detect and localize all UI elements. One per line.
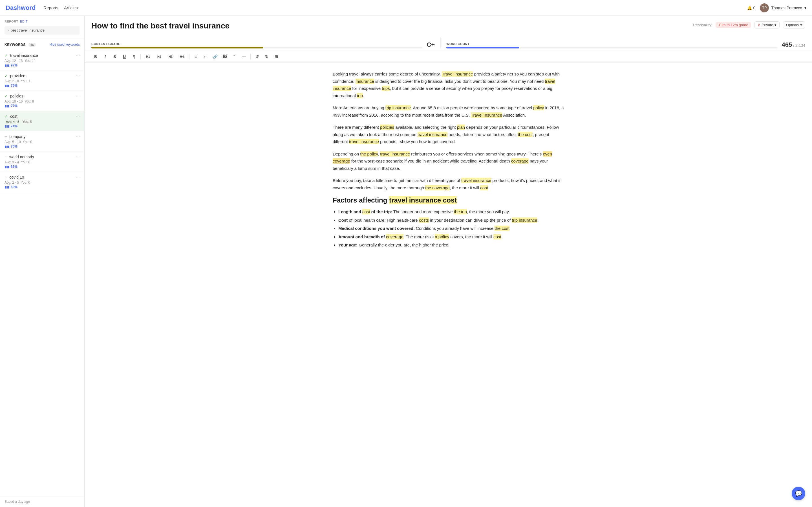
keyword-pct: 61% — [11, 165, 17, 169]
keyword-bar: ▮▮▮ 70% — [4, 145, 80, 149]
keywords-count: 46 — [29, 43, 36, 47]
italic-button[interactable]: I — [101, 53, 109, 61]
content-editor[interactable]: Booking travel always carries some degre… — [321, 62, 575, 507]
editor-meta: Readability: 10th to 12th grade ⊘ Privat… — [693, 21, 805, 29]
paragraph-2: More Americans are buying trip insurance… — [333, 104, 564, 119]
keyword-item-cost[interactable]: ✓ cost ··· Avg: 4 - 8 You: 8 ▮▮▮ 74% — [0, 111, 84, 131]
keyword-name: providers — [10, 73, 27, 78]
h1-button[interactable]: H1 — [143, 53, 153, 61]
keyword-bar: ▮▮▮ 60% — [4, 185, 80, 189]
list-item-2: Cost of local health care: High health-c… — [338, 217, 564, 224]
highlight-travel-insurance-3: travel insurance — [417, 132, 448, 137]
more-icon[interactable]: ··· — [76, 114, 80, 119]
undo-button[interactable]: ↺ — [253, 53, 261, 61]
keyword-meta: Avg: 10 - 16 You: 8 — [4, 100, 80, 103]
underline-button[interactable]: U — [120, 53, 129, 61]
bold-button[interactable]: B — [91, 53, 100, 61]
hide-keywords-button[interactable]: Hide used keywords — [49, 43, 80, 47]
paragraph-1: Booking travel always carries some degre… — [333, 70, 564, 99]
keywords-label: KEYWORDS — [4, 43, 26, 47]
title-row: How to find the best travel insurance Re… — [91, 21, 805, 31]
nav-reports[interactable]: Reports — [43, 5, 58, 10]
highlight-travel-insurance-6: travel insurance — [461, 178, 491, 183]
highlight-cost: the cost — [518, 132, 533, 137]
list-item-5: Your age: Generally the older you are, t… — [338, 241, 564, 249]
heading-factors: Factors affecting travel insurance cost — [333, 196, 564, 204]
bullet-list-button[interactable]: ≡ — [192, 53, 200, 61]
options-button[interactable]: Options ▾ — [783, 21, 805, 29]
bar-chart-icon: ▮▮▮ — [4, 84, 10, 88]
more-icon[interactable]: ··· — [76, 94, 80, 99]
toolbar-separator-3 — [250, 54, 251, 59]
plus-icon: + — [4, 134, 7, 139]
keyword-item-company[interactable]: + company ··· Avg: 5 - 10 You: 0 ▮▮▮ 70% — [0, 131, 84, 152]
keyword-meta: Avg: 5 - 10 You: 0 — [4, 140, 80, 144]
keyword-bar: ▮▮▮ 74% — [4, 124, 80, 128]
more-icon[interactable]: ··· — [76, 154, 80, 159]
bullet-list: Length and cost of the trip: The longer … — [333, 208, 564, 249]
ordered-list-button[interactable]: ≔ — [201, 53, 210, 61]
h4-button[interactable]: H4 — [177, 53, 187, 61]
image-button[interactable]: 🖼 — [220, 53, 229, 61]
nav-articles[interactable]: Articles — [64, 5, 78, 10]
highlight-travel-insurance-5: travel insurance — [380, 151, 410, 157]
keyword-item-covid19[interactable]: + covid 19 ··· Avg: 2 - 5 You: 0 ▮▮▮ 60% — [0, 172, 84, 192]
plus-icon: + — [4, 154, 7, 159]
check-icon: ✓ — [4, 73, 8, 78]
keyword-item-travel-insurance[interactable]: ✓ travel insurance ··· Avg: 12 - 18 You:… — [0, 50, 84, 70]
more-icon[interactable]: ··· — [76, 53, 80, 58]
table-button[interactable]: ⊞ — [272, 53, 281, 61]
chevron-down-icon: ▾ — [800, 23, 802, 27]
paragraph-button[interactable]: ¶ — [130, 53, 138, 61]
private-button[interactable]: ⊘ Private ▾ — [755, 21, 779, 29]
saved-status: Saved a day ago — [0, 496, 84, 507]
plus-icon: + — [4, 175, 7, 180]
keyword-pct: 77% — [11, 104, 17, 108]
dash-button[interactable]: — — [240, 53, 248, 61]
highlight-policy: policy — [533, 105, 544, 110]
keyword-item-providers[interactable]: ✓ providers ··· Avg: 2 - 8 You: 1 ▮▮▮ 79… — [0, 70, 84, 91]
more-icon[interactable]: ··· — [76, 134, 80, 139]
list-item-4: Amount and breadth of coverage: The more… — [338, 233, 564, 240]
h3-button[interactable]: H3 — [165, 53, 175, 61]
keyword-pct: 97% — [11, 63, 17, 67]
bell-icon: 🔔 — [747, 6, 752, 10]
toolbar-separator-2 — [189, 54, 190, 59]
keyword-name: covid 19 — [9, 175, 24, 179]
keyword-item-world-nomads[interactable]: + world nomads ··· Avg: 3 - 4 You: 0 ▮▮▮… — [0, 152, 84, 172]
readability-badge: 10th to 12th grade — [716, 22, 751, 28]
keyword-name: travel insurance — [10, 53, 38, 58]
link-button[interactable]: 🔗 — [211, 53, 219, 61]
list-item-1: Length and cost of the trip: The longer … — [338, 208, 564, 216]
chevron-down-icon: ▾ — [774, 23, 776, 27]
keyword-meta: Avg: 2 - 5 You: 0 — [4, 180, 80, 184]
article-title[interactable]: How to find the best travel insurance — [91, 21, 688, 31]
notifications-button[interactable]: 🔔 0 — [747, 6, 755, 10]
list-item-3: Medical conditions you want covered: Con… — [338, 225, 564, 232]
keyword-item-policies[interactable]: ✓ policies ··· Avg: 10 - 16 You: 8 ▮▮▮ 7… — [0, 91, 84, 111]
content-grade-section: CONTENT GRADE — [91, 42, 422, 48]
word-count-bar — [446, 47, 519, 48]
avg-highlighted: Avg: 4 - 8 — [4, 120, 20, 124]
highlight-trip: trip — [357, 93, 363, 98]
redo-button[interactable]: ↻ — [262, 53, 271, 61]
chat-button[interactable]: 💬 — [792, 487, 805, 500]
report-header: REPORT Edit ‹ best travel insurance — [0, 16, 84, 39]
edit-link[interactable]: Edit — [20, 20, 28, 23]
highlight-plan: plan — [457, 124, 465, 130]
breadcrumb-button[interactable]: ‹ best travel insurance — [4, 26, 80, 35]
h2-button[interactable]: H2 — [154, 53, 164, 61]
more-icon[interactable]: ··· — [76, 73, 80, 78]
strikethrough-button[interactable]: S — [110, 53, 119, 61]
paragraph-5: Before you buy, take a little time to ge… — [333, 177, 564, 191]
user-menu[interactable]: TP Thomas Petracco ▾ — [760, 3, 806, 12]
notification-count: 0 — [753, 6, 755, 10]
quote-button[interactable]: " — [230, 53, 239, 61]
keyword-name: world nomads — [9, 155, 34, 159]
keyword-bar: ▮▮▮ 97% — [4, 63, 80, 67]
keyword-meta: Avg: 12 - 18 You: 11 — [4, 59, 80, 63]
editor-header: How to find the best travel insurance Re… — [85, 16, 812, 51]
highlight-travel-insurance-assoc: Travel Insurance — [471, 112, 502, 118]
more-icon[interactable]: ··· — [76, 175, 80, 180]
bar-chart-icon: ▮▮▮ — [4, 64, 10, 67]
